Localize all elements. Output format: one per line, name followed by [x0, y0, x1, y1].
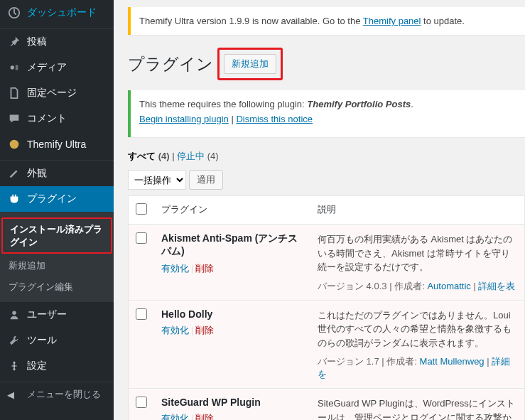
plugin-name: Hello Dolly	[161, 308, 303, 320]
menu-label: ダッシュボード	[27, 6, 97, 19]
menu-appearance[interactable]: 外観	[0, 161, 114, 186]
svg-point-3	[12, 311, 16, 315]
col-plugin[interactable]: プラグイン	[154, 196, 310, 225]
select-all-checkbox[interactable]	[136, 203, 147, 215]
plugin-description: これはただのプラグインではありません。Loui世代のすべての人々の希望と情熱を象…	[318, 308, 517, 350]
notice-text: Themify Ultra version 1.9.9 is now avail…	[139, 16, 363, 26]
main-content: Themify Ultra version 1.9.9 is now avail…	[114, 0, 525, 420]
menu-users[interactable]: ユーザー	[0, 302, 114, 328]
activate-link[interactable]: 有効化	[161, 325, 189, 335]
menu-tools[interactable]: ツール	[0, 328, 114, 353]
activate-link[interactable]: 有効化	[161, 413, 189, 420]
menu-media[interactable]: メディア	[0, 55, 114, 80]
table-row: SiteGuard WP Plugin 有効化|削除 SiteGuard WP …	[129, 389, 524, 420]
menu-label: メディア	[27, 61, 67, 74]
activate-link[interactable]: 有効化	[161, 263, 189, 274]
menu-label: 投稿	[27, 36, 47, 48]
menu-themify[interactable]: Themify Ultra	[0, 131, 114, 157]
dashboard-icon	[7, 6, 21, 20]
row-checkbox[interactable]	[136, 308, 147, 320]
submenu-installed[interactable]: インストール済みプラグイン	[1, 217, 112, 254]
svg-point-2	[10, 140, 19, 149]
update-notice: Themify Ultra version 1.9.9 is now avail…	[128, 7, 525, 35]
row-checkbox[interactable]	[136, 232, 147, 244]
author-link[interactable]: Matt Mullenweg	[420, 356, 485, 367]
menu-posts[interactable]: 投稿	[0, 29, 114, 55]
menu-label: 外観	[27, 167, 47, 180]
add-new-highlight: 新規追加	[217, 48, 283, 80]
collapse-icon: ◀	[7, 389, 21, 400]
bulk-apply-button[interactable]: 適用	[189, 170, 223, 190]
menu-label: Themify Ultra	[27, 139, 86, 150]
theme-required-notice: This theme requires the following plugin…	[128, 90, 525, 137]
themify-panel-link[interactable]: Themify panel	[363, 16, 421, 26]
table-row: Akismet Anti-Spam (アンチスパム) 有効化|削除 何百万もの利…	[129, 225, 524, 301]
comment-icon	[7, 112, 21, 126]
media-icon	[7, 60, 21, 75]
svg-point-1	[11, 65, 14, 69]
menu-label: 設定	[27, 360, 47, 372]
menu-label: プラグイン	[27, 193, 77, 205]
row-checkbox[interactable]	[136, 397, 147, 408]
submenu-add-new[interactable]: 新規追加	[0, 255, 114, 276]
themify-icon	[7, 137, 21, 151]
plugin-name: Akismet Anti-Spam (アンチスパム)	[161, 232, 303, 258]
page-title: プラグイン	[128, 53, 213, 75]
dismiss-notice-link[interactable]: Dismiss this notice	[236, 114, 313, 124]
submenu-editor[interactable]: プラグイン編集	[0, 276, 114, 298]
svg-rect-4	[13, 362, 15, 371]
menu-plugins[interactable]: プラグイン	[0, 186, 114, 212]
col-description[interactable]: 説明	[310, 196, 524, 225]
bulk-action-select[interactable]: 一括操作	[128, 170, 186, 190]
delete-link[interactable]: 削除	[195, 263, 214, 274]
plugin-name: SiteGuard WP Plugin	[161, 397, 303, 408]
plugin-icon	[7, 192, 21, 206]
menu-comments[interactable]: コメント	[0, 106, 114, 131]
filter-links: すべて (4) | 停止中 (4)	[128, 150, 525, 163]
add-new-button[interactable]: 新規追加	[224, 54, 276, 74]
detail-link[interactable]: 詳細を表	[478, 281, 515, 291]
admin-sidebar: ダッシュボード 投稿 メディア 固定ページ コメント Themify Ultra…	[0, 0, 114, 420]
menu-label: ユーザー	[27, 308, 67, 321]
menu-label: コメント	[27, 112, 67, 125]
table-row: Hello Dolly 有効化|削除 これはただのプラグインではありません。Lo…	[129, 301, 524, 389]
filter-all[interactable]: すべて (4)	[128, 151, 170, 161]
pin-icon	[7, 35, 21, 49]
menu-label: 固定ページ	[27, 87, 77, 99]
collapse-menu[interactable]: ◀ メニューを閉じる	[0, 382, 114, 406]
delete-link[interactable]: 削除	[195, 413, 214, 420]
plugin-description: 何百万もの利用実績がある Akismet はあなたのいる時間でさえ、Akisme…	[318, 232, 517, 274]
menu-dashboard[interactable]: ダッシュボード	[0, 0, 114, 26]
page-icon	[7, 86, 21, 100]
begin-install-link[interactable]: Begin installing plugin	[139, 114, 229, 124]
plugin-description: SiteGuard WP Pluginは、WordPressにインストールは、管…	[318, 397, 517, 420]
delete-link[interactable]: 削除	[195, 325, 214, 335]
notice-suffix: to update.	[421, 16, 464, 26]
filter-inactive[interactable]: 停止中	[177, 151, 205, 161]
menu-pages[interactable]: 固定ページ	[0, 80, 114, 106]
user-icon	[7, 308, 21, 322]
appearance-icon	[7, 166, 21, 181]
plugins-submenu: インストール済みプラグイン 新規追加 プラグイン編集	[0, 212, 114, 302]
gear-icon	[7, 359, 21, 373]
menu-label: ツール	[27, 334, 57, 347]
menu-settings[interactable]: 設定	[0, 353, 114, 379]
plugins-table: プラグイン 説明 Akismet Anti-Spam (アンチスパム) 有効化|…	[128, 195, 525, 420]
tool-icon	[7, 333, 21, 348]
collapse-label: メニューを閉じる	[27, 388, 101, 401]
author-link[interactable]: Automattic	[427, 281, 470, 291]
